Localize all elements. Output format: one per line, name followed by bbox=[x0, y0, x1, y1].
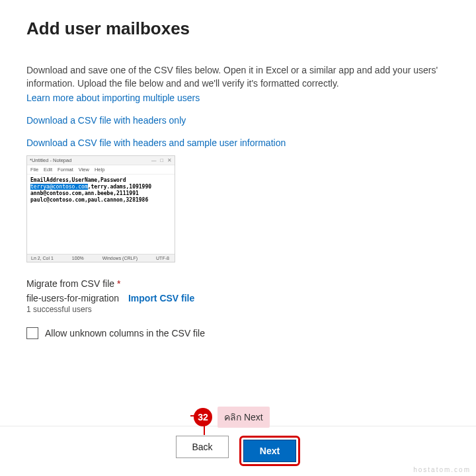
upload-status: 1 successful users bbox=[26, 305, 450, 314]
watermark: hostatom.com bbox=[413, 466, 471, 473]
download-sample-link[interactable]: Download a CSV file with headers and sam… bbox=[26, 138, 286, 148]
allow-unknown-label: Allow unknown columns in the CSV file bbox=[45, 328, 205, 338]
uploaded-file-name: file-users-for-migration bbox=[26, 293, 119, 303]
allow-unknown-checkbox[interactable] bbox=[26, 327, 38, 339]
page-title: Add user mailboxes bbox=[26, 19, 450, 39]
np-status-enc: UTF-8 bbox=[156, 256, 169, 260]
np-menu-help: Help bbox=[95, 167, 104, 173]
step-badge: 32 bbox=[194, 408, 212, 426]
step-callout: 32 คลิก Next bbox=[194, 407, 270, 428]
next-button[interactable]: Next bbox=[243, 440, 296, 462]
notepad-preview: *Untitled - Notepad — □ ✕ File Edit Form… bbox=[26, 155, 175, 262]
back-button[interactable]: Back bbox=[176, 436, 229, 458]
maximize-icon: □ bbox=[160, 157, 163, 163]
np-menu-format: Format bbox=[58, 167, 73, 173]
close-icon: ✕ bbox=[167, 157, 172, 163]
np-status-zoom: 100% bbox=[72, 256, 84, 260]
migrate-label: Migrate from CSV file * bbox=[26, 278, 450, 289]
minimize-icon: — bbox=[151, 157, 157, 163]
np-status-crlf: Windows (CRLF) bbox=[102, 256, 138, 260]
np-status-pos: Ln 2, Col 1 bbox=[31, 256, 54, 260]
notepad-body: EmailAddress,UserName,Password terrya@co… bbox=[27, 175, 175, 254]
np-menu-edit: Edit bbox=[44, 167, 52, 173]
notepad-title: *Untitled - Notepad bbox=[30, 157, 71, 163]
step-tip: คลิก Next bbox=[218, 407, 270, 428]
learn-more-link[interactable]: Learn more about importing multiple user… bbox=[26, 93, 200, 103]
intro-text: Download and save one of the CSV files b… bbox=[26, 64, 450, 90]
np-menu-view: View bbox=[79, 167, 89, 173]
np-menu-file: File bbox=[30, 167, 38, 173]
import-csv-button[interactable]: Import CSV file bbox=[128, 293, 194, 303]
wizard-footer: Back Next bbox=[0, 426, 476, 466]
download-headers-link[interactable]: Download a CSV file with headers only bbox=[26, 115, 186, 126]
next-button-highlight: Next bbox=[239, 436, 300, 466]
